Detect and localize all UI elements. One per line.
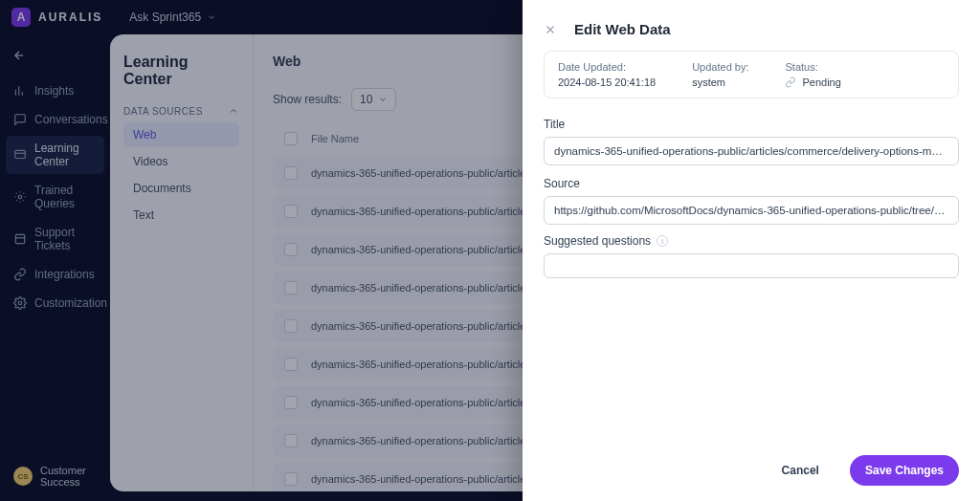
source-label: Source: [544, 177, 959, 190]
edit-web-data-drawer: Edit Web Data Date Updated: 2024-08-15 2…: [523, 0, 980, 501]
link-broken-icon: [785, 76, 796, 88]
meta-updated-by-label: Updated by:: [692, 61, 748, 73]
meta-status-label: Status:: [785, 61, 840, 73]
info-icon[interactable]: i: [657, 235, 668, 247]
cancel-button[interactable]: Cancel: [767, 455, 835, 486]
meta-date-updated-label: Date Updated:: [558, 61, 656, 73]
suggested-questions-label: Suggested questions: [544, 234, 651, 248]
close-icon[interactable]: [544, 23, 557, 36]
title-input[interactable]: [544, 137, 959, 165]
meta-box: Date Updated: 2024-08-15 20:41:18 Update…: [544, 51, 959, 98]
suggested-questions-input[interactable]: [544, 253, 959, 278]
meta-updated-by-value: system: [692, 76, 748, 88]
save-changes-button[interactable]: Save Changes: [850, 455, 959, 486]
source-input[interactable]: [544, 196, 959, 225]
drawer-title: Edit Web Data: [574, 21, 671, 37]
meta-date-updated-value: 2024-08-15 20:41:18: [558, 76, 656, 88]
meta-status-value: Pending: [802, 76, 840, 88]
title-label: Title: [544, 118, 959, 131]
